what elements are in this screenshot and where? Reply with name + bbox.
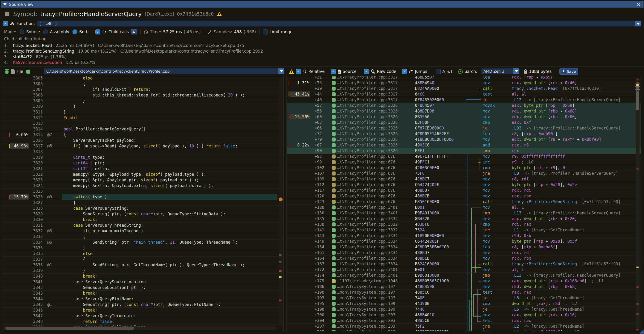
- asm-row[interactable]: +72…t\TracyProfiler.cpp:33264C8D05F146F2…: [287, 131, 641, 137]
- asm-row[interactable]: +90…t\TracyProfiler.cpp:3326FFE1←jmprcx: [287, 148, 641, 154]
- raw-code-checkbox[interactable]: ✓: [364, 69, 369, 74]
- source-row[interactable]: 3332@3 if( ptr == m_mainThread ): [2, 228, 284, 234]
- source-row[interactable]: 3339 }: [2, 268, 284, 274]
- source-hscrollbar[interactable]: [4, 327, 276, 330]
- source-row[interactable]: 3341 case ServerQuerySourceLocation:: [2, 279, 284, 285]
- chevron-down-icon[interactable]: [514, 68, 519, 74]
- asm-row[interactable]: +123…t\TracyProfiler.hpp:676E850160000←c…: [287, 199, 641, 205]
- asm-row[interactable]: 1.31%+35…t\TracyProfiler.cpp:3317488B494…: [287, 80, 641, 86]
- asm-row[interactable]: +179…1103\include\atomic:1048488B05B63C1…: [287, 278, 641, 284]
- asm-row[interactable]: +99…t\TracyProfiler.hpp:67649FFC1→incr9 …: [287, 160, 641, 165]
- source-row[interactable]: 3330 break;: [2, 217, 284, 223]
- source-row[interactable]: 3307 if( shouldExit ) return;: [2, 87, 284, 92]
- asm-row[interactable]: +66…t\TracyProfiler.cpp:33260F87CE060000…: [287, 126, 641, 131]
- asm-row[interactable]: +120…t\TracyProfiler.hpp:676488BCBmovrcx…: [287, 193, 641, 199]
- radio-assembly[interactable]: [43, 29, 48, 34]
- source-row[interactable]: 3313: [2, 121, 284, 126]
- source-row[interactable]: 3311}: [2, 109, 284, 115]
- source-row[interactable]: 3350 QueueCallstackFrame( ptr );: [2, 330, 284, 332]
- source-row[interactable]: 3305 else: [2, 76, 284, 81]
- chevron-down-icon[interactable]: [635, 21, 641, 26]
- source-row[interactable]: 46.93%3317@5 if( !m_sock->Read( &payload…: [2, 144, 284, 149]
- collapse-icon[interactable]: [3, 3, 6, 5]
- source-row[interactable]: 3320 uint64_t ptr;: [2, 161, 284, 166]
- titlebar[interactable]: Source view ×: [1, 1, 644, 8]
- source-row[interactable]: 3310 }: [2, 104, 284, 109]
- asm-row[interactable]: +117…t\TracyProfiler.hpp:676488BD7movrdx…: [287, 188, 641, 193]
- asm-row[interactable]: +112…t\TracyProfiler.hpp:676C64424205Emo…: [287, 182, 641, 188]
- relative-checkbox[interactable]: ✓: [296, 69, 301, 74]
- source-row[interactable]: 3306 {: [2, 81, 284, 87]
- source-row[interactable]: 15.79%3326@9 switch( type ): [2, 194, 284, 200]
- asm-row[interactable]: +198…mon\TracySystem.cpp:199744Cje.L6 ->…: [287, 307, 641, 312]
- limit-range-checkbox[interactable]: ✓: [263, 29, 268, 34]
- asm-row[interactable]: +174…t\TracyProfiler.cpp:3401E9B8010000j…: [287, 273, 641, 278]
- source-row[interactable]: 3314bool Profiler::HandleServerQuery(): [2, 126, 284, 132]
- asm-row[interactable]: +135…t\TracyProfiler.cpp:33328B4320movea…: [287, 216, 641, 222]
- radio-source[interactable]: [20, 29, 24, 34]
- file-select[interactable]: C:\Users\wolf\Desktop\darkrl\contrib\tra…: [44, 68, 284, 74]
- source-row[interactable]: 3316 ServerQueryPacket payload;: [2, 138, 284, 144]
- source-row[interactable]: 3323 memcpy( &ptr, &payload.ptr, sizeof(…: [2, 177, 284, 183]
- source-row[interactable]: 3348 return false;: [2, 319, 284, 325]
- source-row[interactable]: 3331 case ServerQueryThreadString:: [2, 223, 284, 228]
- source-row[interactable]: 3325: [2, 189, 284, 194]
- source-row[interactable]: 3308 std::this_thread::sleep_for( std::c…: [2, 92, 284, 98]
- source-row[interactable]: 3345@1 SendString( ptr, (const char*)ptr…: [2, 302, 284, 308]
- source-row[interactable]: 3343 break;: [2, 291, 284, 296]
- source-row[interactable]: 0.66%3315@7{: [2, 132, 284, 138]
- asm-row[interactable]: 15.50%+60…t\TracyProfiler.cpp:33268B55A0…: [287, 114, 641, 120]
- source-scroll-knob[interactable]: [279, 197, 283, 201]
- source-row[interactable]: 3322 memcpy( &type, &payload.type, sizeo…: [2, 172, 284, 177]
- source-row[interactable]: 3340 break;: [2, 274, 284, 279]
- source-row[interactable]: 3321 uint32_t extra;: [2, 166, 284, 172]
- asm-row[interactable]: +209…mon\TracySystem.cpp:258488D35E88610…: [287, 329, 641, 332]
- att-checkbox[interactable]: ✓: [436, 69, 441, 74]
- jumps-checkbox[interactable]: ✓: [402, 69, 407, 74]
- asm-row[interactable]: +193…mon\TracySystem.cpp:197740Eje.L3 ->…: [287, 295, 641, 301]
- asm-row[interactable]: +207…mon\TracySystem.cpp:20375F2jne.L2 -…: [287, 324, 641, 329]
- function-select[interactable]: [ - self - ]: [37, 20, 642, 27]
- child-call-row[interactable]: 2.tracy::Profiler::SendLongString19.88 m…: [4, 48, 642, 54]
- source-row[interactable]: 3342 SendSourceLocation( ptr );: [2, 285, 284, 291]
- source-row[interactable]: 3312#endif: [2, 115, 284, 121]
- asm-row[interactable]: +107…t\TracyProfiler.hpp:67675F6jne.L0 -…: [287, 171, 641, 176]
- source-row[interactable]: 3346 break;: [2, 308, 284, 313]
- source-row[interactable]: 3334@6 SendString( ptr, "Main thread", 1…: [2, 240, 284, 245]
- assembly-scrollbar[interactable]: [636, 77, 640, 329]
- asm-row[interactable]: +149…t\TracyProfiler.cpp:3334C64424205Fm…: [287, 239, 641, 244]
- asm-row[interactable]: +154…t\TracyProfiler.cpp:33344C8D055FBA0…: [287, 244, 641, 250]
- asm-row[interactable]: +186…mon\TracySystem.cpp:197448B4598movr…: [287, 284, 641, 290]
- asm-row[interactable]: +56…t\TracyProfiler.cpp:3326488B7D98movr…: [287, 109, 641, 114]
- function-checkbox[interactable]: ✓: [3, 21, 8, 26]
- source-row[interactable]: 3344 case ServerQueryPlotName:: [2, 296, 284, 302]
- asm-row[interactable]: +92…t\TracyProfiler.hpp:67649C7C1FFFFFFF…: [287, 154, 641, 160]
- radio-both[interactable]: [72, 29, 77, 34]
- source-row[interactable]: 3333 {: [2, 234, 284, 240]
- asm-row[interactable]: 45.41%+44…t\TracyProfiler.cpp:331784C0te…: [287, 92, 641, 97]
- source-row[interactable]: 3336 else: [2, 251, 284, 257]
- asm-row[interactable]: +143…t\TracyProfiler.cpp:333441B90B00000…: [287, 233, 641, 239]
- source-row[interactable]: 3335 }: [2, 245, 284, 251]
- chevron-down-icon[interactable]: [278, 68, 284, 74]
- asm-row[interactable]: +130…t\TracyProfiler.cpp:3401E9E4010000j…: [287, 210, 641, 216]
- child-call-row[interactable]: 3.stat64i32625 µs (1.36%): [4, 54, 642, 60]
- child-calls-checkbox[interactable]: ✓: [96, 29, 100, 34]
- source-row[interactable]: 3327 {: [2, 200, 284, 206]
- asm-row[interactable]: +195…mon\TracySystem.cpp:199443900→cmpdw…: [287, 301, 641, 307]
- child-call-row[interactable]: 4.KeSynchronizeExecution125 µs (0.27%): [4, 60, 642, 64]
- uarch-select[interactable]: AMD Zen 3: [481, 68, 520, 74]
- source-row[interactable]: 3329 SendString( ptr, (const char*)ptr, …: [2, 211, 284, 217]
- asm-row[interactable]: +204…mon\TracySystem.cpp:2034885C0testra…: [287, 318, 641, 324]
- asm-row[interactable]: +167…t\TracyProfiler.cpp:3334E824160000←…: [287, 261, 641, 267]
- source-row[interactable]: 3309 }: [2, 98, 284, 104]
- source-row[interactable]: 3347 case ServerQueryTerminate:: [2, 313, 284, 319]
- source-row[interactable]: 3338@1 SendString( ptr, GetThreadName( p…: [2, 262, 284, 268]
- asm-row[interactable]: +102…t\TracyProfiler.hpp:67642803C0F00cm…: [287, 165, 641, 171]
- sort-up-button[interactable]: [130, 29, 137, 34]
- asm-row[interactable]: +63…t\TracyProfiler.cpp:332683F80Fcmpeax…: [287, 120, 641, 126]
- source-row[interactable]: 3318: [2, 149, 284, 155]
- source-row[interactable]: 3337 {: [2, 257, 284, 262]
- source-row[interactable]: 3319 uint8_t type;: [2, 155, 284, 161]
- asm-row[interactable]: +46…t\TracyProfiler.cpp:33170F8435020000…: [287, 97, 641, 103]
